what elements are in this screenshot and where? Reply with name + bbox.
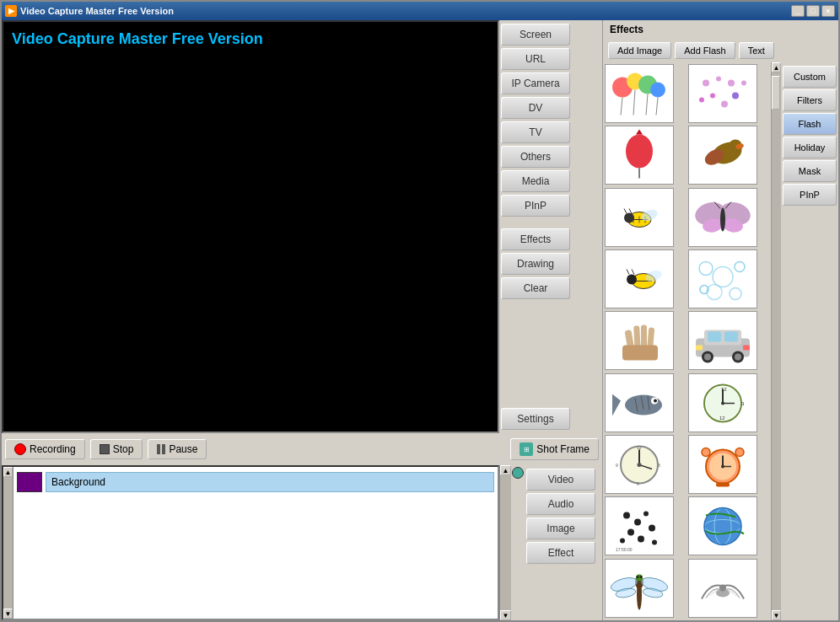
svg-point-99 — [623, 512, 630, 519]
svg-text:9: 9 — [616, 462, 618, 467]
nav-btn-image[interactable]: Image — [526, 517, 595, 539]
nav-btn-ip-camera[interactable]: IP Camera — [501, 72, 570, 94]
svg-text:3: 3 — [658, 462, 660, 467]
svg-point-119 — [637, 576, 639, 578]
effects-toolbar: Add Image Add Flash Text — [603, 39, 838, 62]
nav-btn-effect[interactable]: Effect — [526, 542, 595, 564]
window-title: Video Capture Master Free Version — [20, 6, 174, 16]
stop-button[interactable]: Stop — [90, 439, 143, 459]
nav-btn-pinp[interactable]: PInP — [501, 195, 570, 217]
center-scroll-btn[interactable] — [512, 467, 524, 479]
nav-btn-media[interactable]: Media — [501, 170, 570, 192]
timeline-scroll-up[interactable]: ▲ — [3, 467, 13, 477]
track-color-swatch — [17, 472, 42, 492]
effect-cell-bee[interactable] — [605, 188, 674, 247]
recording-button[interactable]: Recording — [5, 439, 85, 459]
nav-btn-drawing[interactable]: Drawing — [501, 253, 570, 275]
nav-btn-audio[interactable]: Audio — [526, 493, 595, 515]
effects-sidebar-holiday[interactable]: Holiday — [783, 137, 837, 158]
svg-rect-67 — [743, 346, 750, 351]
effect-cell-bird[interactable] — [688, 126, 757, 185]
close-button[interactable]: × — [821, 5, 835, 17]
app-icon: ▶ — [5, 5, 17, 17]
shot-frame-button[interactable]: ⊞ Shot Frame — [510, 438, 599, 460]
svg-point-122 — [719, 584, 726, 591]
nav-btn-dv[interactable]: DV — [501, 97, 570, 119]
effect-cell-butterfly[interactable] — [688, 188, 757, 247]
video-preview: Video Capture Master Free Version — [2, 20, 499, 433]
nav-btn-url[interactable]: URL — [501, 48, 570, 70]
nav-btn-tv[interactable]: TV — [501, 121, 570, 143]
svg-point-10 — [728, 80, 735, 87]
nav-btn-video[interactable]: Video — [526, 469, 595, 491]
svg-text:12: 12 — [637, 444, 642, 449]
timeline-wrapper: ▲ ▼ Background — [2, 465, 499, 620]
effect-cell-bubbles[interactable] — [688, 249, 757, 308]
top-section: Video Capture Master Free Version Screen… — [2, 20, 602, 433]
effect-cell-red-balloon[interactable] — [605, 126, 674, 185]
track-bar[interactable]: Background — [46, 472, 494, 492]
svg-point-65 — [735, 354, 741, 361]
svg-point-50 — [707, 284, 722, 299]
effect-cell-car[interactable] — [688, 311, 757, 370]
nav-btn-screen[interactable]: Screen — [501, 24, 570, 46]
effects-scroll-thumb[interactable] — [772, 76, 780, 110]
effect-cell-balloons[interactable] — [605, 64, 674, 123]
effects-sidebar-pinp[interactable]: PInP — [783, 184, 837, 206]
maximize-button[interactable]: □ — [806, 5, 820, 17]
effect-cell-bird2[interactable] — [688, 559, 757, 618]
effect-cell-alarm-clock[interactable] — [688, 435, 757, 494]
pause-icon — [157, 444, 165, 454]
timeline-right-up[interactable]: ▲ — [500, 465, 511, 475]
nav-btn-clear[interactable]: Clear — [501, 277, 570, 299]
svg-line-46 — [632, 269, 634, 274]
shot-icon: ⊞ — [520, 442, 533, 456]
effect-cell-clock[interactable]: 12 3 12 — [688, 373, 757, 432]
effects-sidebar-mask[interactable]: Mask — [783, 160, 837, 182]
effect-cell-dragonfly[interactable] — [605, 559, 674, 618]
timeline-scroll-down[interactable]: ▼ — [3, 609, 13, 619]
add-flash-button[interactable]: Add Flash — [675, 42, 735, 59]
effect-cell-wall-clock[interactable]: 12 3 6 9 — [605, 435, 674, 494]
add-image-button[interactable]: Add Image — [608, 42, 671, 59]
svg-point-11 — [710, 94, 715, 99]
effects-sidebar-flash[interactable]: Flash — [783, 113, 837, 135]
center-scroll-area — [511, 465, 525, 620]
svg-point-51 — [730, 287, 741, 299]
effect-cell-hands[interactable] — [605, 311, 674, 370]
effect-cell-globe[interactable] — [688, 496, 757, 555]
svg-text:12: 12 — [719, 415, 725, 420]
effect-cell-bug-dots[interactable]: 17:50:00 — [605, 496, 674, 555]
nav-btn-others[interactable]: Others — [501, 146, 570, 168]
svg-point-71 — [654, 399, 657, 402]
svg-point-15 — [721, 101, 728, 108]
minimize-button[interactable]: _ — [791, 5, 805, 17]
timeline-right-down[interactable]: ▼ — [500, 610, 511, 620]
nav-btn-effects[interactable]: Effects — [501, 228, 570, 250]
effects-grid-wrapper: 12 3 12 — [603, 62, 781, 620]
effects-scroll-up[interactable]: ▲ — [772, 62, 781, 72]
track-label: Background — [51, 476, 105, 488]
svg-rect-98 — [716, 482, 730, 486]
effect-cell-bee2[interactable] — [605, 249, 674, 308]
svg-rect-57 — [622, 346, 658, 361]
nav-btn-settings[interactable]: Settings — [501, 408, 570, 430]
effects-sidebar-custom[interactable]: Custom — [783, 66, 837, 88]
effects-sidebar-filters[interactable]: Filters — [783, 89, 837, 111]
effect-cell-sparkles[interactable] — [688, 64, 757, 123]
svg-point-96 — [702, 448, 710, 456]
main-window: ▶ Video Capture Master Free Version _ □ … — [0, 0, 840, 622]
text-button[interactable]: Text — [739, 42, 774, 59]
svg-text:3: 3 — [741, 400, 745, 405]
effect-cell-fish[interactable] — [605, 373, 674, 432]
effects-grid: 12 3 12 — [603, 62, 771, 620]
effects-scroll-down[interactable]: ▼ — [772, 610, 781, 620]
timeline-scroll-right: ▲ ▼ — [499, 465, 511, 620]
titlebar-left: ▶ Video Capture Master Free Version — [5, 5, 174, 17]
svg-line-4 — [621, 98, 622, 115]
pause-button[interactable]: Pause — [148, 439, 207, 459]
svg-point-101 — [627, 529, 634, 536]
svg-point-13 — [741, 81, 746, 86]
svg-point-37 — [720, 207, 725, 231]
video-overlay-title: Video Capture Master Free Version — [12, 30, 263, 48]
